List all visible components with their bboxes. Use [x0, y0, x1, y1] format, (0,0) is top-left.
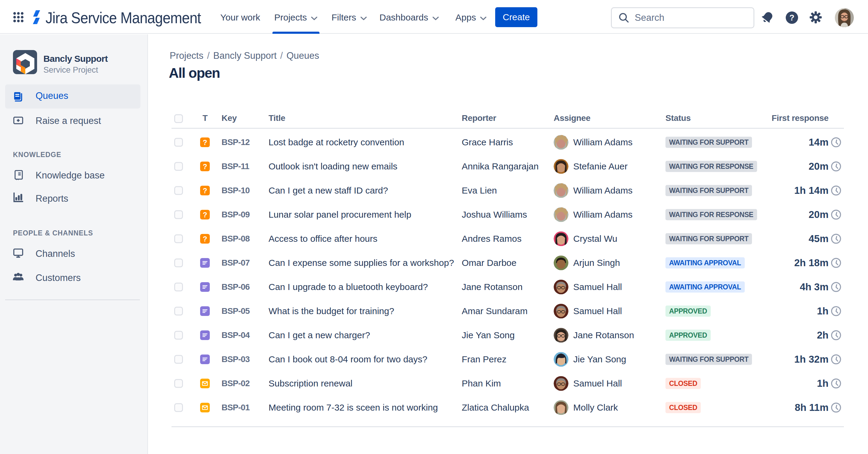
svg-text:?: ?: [203, 211, 207, 219]
svg-text:?: ?: [203, 162, 207, 171]
svg-text:?: ?: [203, 187, 207, 195]
svg-text:?: ?: [203, 139, 207, 147]
svg-text:?: ?: [789, 13, 795, 22]
svg-text:?: ?: [203, 235, 207, 243]
